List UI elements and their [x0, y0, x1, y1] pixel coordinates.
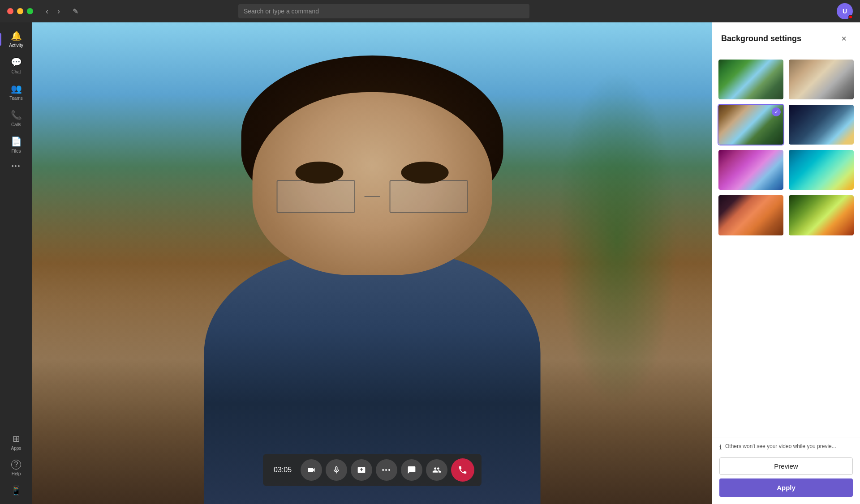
person-container — [185, 47, 559, 504]
sidebar-item-help-label: Help — [12, 471, 21, 476]
teams-icon: 👥 — [11, 83, 22, 94]
sidebar-item-calls[interactable]: 📞 Calls — [0, 105, 32, 132]
reactions-button[interactable] — [401, 459, 422, 481]
bg-image-6 — [789, 150, 854, 190]
bg-panel-footer: ℹ Others won't see your video while you … — [712, 437, 860, 504]
bg-thumbnails-grid: ✓ — [712, 53, 860, 437]
sidebar-item-help[interactable]: ? Help — [11, 455, 22, 481]
titlebar: ‹ › ✎ Search or type a command U — [0, 0, 860, 22]
sidebar-item-chat[interactable]: 💬 Chat — [0, 52, 32, 79]
bg-image-5 — [718, 150, 783, 190]
bg-settings-panel: Background settings × ✓ — [712, 22, 860, 504]
preview-button[interactable]: Preview — [719, 457, 853, 475]
avatar[interactable]: U — [837, 3, 853, 19]
bg-panel-title: Background settings — [721, 34, 801, 43]
sidebar-item-activity[interactable]: 🔔 Activity — [0, 26, 32, 52]
activity-icon: 🔔 — [11, 30, 22, 41]
avatar-initials: U — [843, 8, 847, 15]
end-call-button[interactable] — [451, 458, 474, 482]
selected-checkmark: ✓ — [772, 107, 781, 116]
bg-thumbnail-4[interactable] — [788, 104, 855, 145]
call-timer: 03:05 — [270, 466, 297, 474]
avatar-badge — [848, 15, 853, 19]
search-bar[interactable]: Search or type a command — [238, 4, 529, 18]
apply-button[interactable]: Apply — [719, 478, 853, 497]
bg-thumbnail-7[interactable] — [718, 194, 784, 236]
left-eye — [296, 162, 344, 184]
more-options-button[interactable]: ••• — [376, 459, 397, 481]
bg-thumbnail-6[interactable] — [788, 149, 855, 191]
sidebar-item-teams[interactable]: 👥 Teams — [0, 79, 32, 105]
bg-panel-header: Background settings × — [712, 22, 860, 53]
sidebar-bottom: ⊞ Apps ? Help 📱 — [11, 429, 22, 500]
bg-image-1 — [718, 60, 783, 99]
compose-button[interactable]: ✎ — [69, 5, 82, 17]
sidebar-item-device[interactable]: 📱 — [11, 481, 22, 500]
apps-icon: ⊞ — [13, 433, 20, 444]
close-bg-panel-button[interactable]: × — [837, 31, 851, 46]
face-shape — [253, 92, 492, 275]
participants-button[interactable] — [426, 459, 447, 481]
more-icon: ••• — [12, 162, 21, 170]
bg-thumbnail-5[interactable] — [718, 149, 784, 191]
bg-image-4 — [789, 105, 854, 145]
info-message: Others won't see your video while you pr… — [725, 443, 836, 450]
bg-thumbnail-1[interactable] — [718, 59, 784, 100]
sidebar: 🔔 Activity 💬 Chat 👥 Teams 📞 Calls 📄 File… — [0, 22, 32, 504]
chat-icon: 💬 — [11, 57, 22, 68]
main-content: 🔔 Activity 💬 Chat 👥 Teams 📞 Calls 📄 File… — [0, 22, 860, 504]
sidebar-item-chat-label: Chat — [11, 69, 21, 74]
bg-image-7 — [718, 195, 783, 235]
sidebar-item-files[interactable]: 📄 Files — [0, 132, 32, 158]
close-icon: × — [841, 34, 847, 44]
nav-buttons: ‹ › — [42, 5, 64, 18]
fullscreen-traffic-light[interactable] — [27, 8, 33, 14]
video-area: 03:05 ••• — [32, 22, 712, 504]
traffic-lights — [7, 8, 33, 14]
sidebar-item-apps[interactable]: ⊞ Apps — [11, 429, 22, 455]
call-controls: 03:05 ••• — [263, 454, 482, 486]
sidebar-item-calls-label: Calls — [11, 122, 21, 127]
forward-button[interactable]: › — [54, 5, 64, 18]
bg-image-8 — [789, 195, 854, 235]
sidebar-item-teams-label: Teams — [9, 96, 22, 101]
bg-image-2 — [789, 60, 854, 99]
bg-vines — [556, 71, 678, 408]
share-button[interactable] — [351, 459, 372, 481]
sidebar-item-apps-label: Apps — [11, 446, 22, 451]
minimize-traffic-light[interactable] — [17, 8, 23, 14]
info-text: ℹ Others won't see your video while you … — [719, 443, 853, 452]
video-background — [32, 22, 712, 504]
sidebar-item-files-label: Files — [11, 149, 21, 154]
glasses — [276, 180, 468, 213]
files-icon: 📄 — [11, 136, 22, 147]
device-icon: 📱 — [11, 485, 22, 496]
sidebar-item-activity-label: Activity — [9, 43, 23, 48]
bg-thumbnail-3[interactable]: ✓ — [718, 104, 784, 145]
bg-thumbnail-2[interactable] — [788, 59, 855, 100]
camera-button[interactable] — [301, 459, 322, 481]
bg-thumbnail-8[interactable] — [788, 194, 855, 236]
right-eye — [401, 162, 449, 184]
back-button[interactable]: ‹ — [42, 5, 52, 18]
help-icon: ? — [11, 460, 21, 470]
info-icon: ℹ — [719, 443, 722, 452]
sidebar-item-more[interactable]: ••• — [0, 158, 32, 174]
mic-button[interactable] — [326, 459, 347, 481]
close-traffic-light[interactable] — [7, 8, 13, 14]
calls-icon: 📞 — [11, 110, 22, 120]
search-placeholder: Search or type a command — [244, 8, 319, 15]
